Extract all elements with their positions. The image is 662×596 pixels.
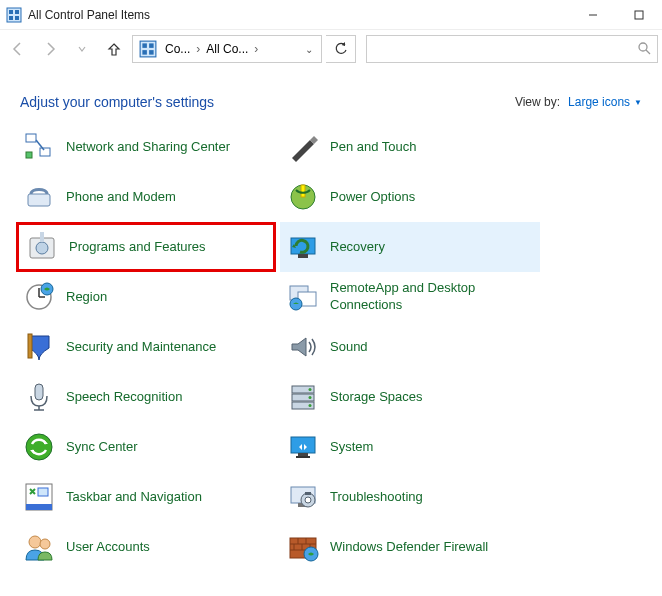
svg-rect-14 [26,134,36,142]
minimize-button[interactable] [570,0,616,30]
item-power-options[interactable]: Power Options [280,172,540,222]
security-icon [22,330,56,364]
svg-rect-53 [305,492,311,495]
breadcrumb-sep: › [194,42,202,56]
svg-rect-48 [38,488,48,496]
page-heading: Adjust your computer's settings [20,94,214,110]
breadcrumb-sep-2: › [252,42,260,56]
maximize-button[interactable] [616,0,662,30]
control-panel-icon [6,7,22,23]
item-label: User Accounts [66,539,150,556]
svg-rect-15 [40,148,50,156]
item-storage-spaces[interactable]: Storage Spaces [280,372,540,422]
item-taskbar-and-navigation[interactable]: Taskbar and Navigation [16,472,276,522]
viewby-container: View by: Large icons ▼ [515,95,642,109]
item-label: RemoteApp and Desktop Connections [330,280,534,314]
svg-rect-44 [291,437,315,453]
item-label: Phone and Modem [66,189,176,206]
breadcrumb-2[interactable]: All Co... [202,42,252,56]
chevron-down-icon: ▼ [634,98,642,107]
search-box[interactable] [366,35,658,63]
refresh-button[interactable] [326,35,356,63]
svg-rect-23 [40,232,44,242]
item-pen-and-touch[interactable]: Pen and Touch [280,122,540,172]
viewby-dropdown[interactable]: Large icons ▼ [568,95,642,109]
item-security-and-maintenance[interactable]: Security and Maintenance [16,322,276,372]
item-remoteapp-desktop[interactable]: RemoteApp and Desktop Connections [280,272,540,322]
item-windows-defender-firewall[interactable]: Windows Defender Firewall [280,522,540,572]
nav-recent-dropdown[interactable] [68,35,96,63]
address-icon [139,40,157,58]
item-label: Windows Defender Firewall [330,539,488,556]
svg-rect-34 [35,384,43,400]
svg-rect-8 [142,43,147,48]
address-dropdown[interactable]: ⌄ [299,44,319,55]
svg-rect-3 [9,16,13,20]
phone-icon [22,180,56,214]
svg-point-42 [309,404,312,407]
taskbar-icon [22,480,56,514]
svg-point-22 [36,242,48,254]
troubleshooting-icon [286,480,320,514]
item-user-accounts[interactable]: User Accounts [16,522,276,572]
svg-rect-6 [635,11,643,19]
remoteapp-icon [286,280,320,314]
network-icon [22,130,56,164]
storage-icon [286,380,320,414]
sync-icon [22,430,56,464]
search-icon [637,41,651,58]
item-troubleshooting[interactable]: Troubleshooting [280,472,540,522]
svg-rect-9 [149,43,154,48]
item-label: Power Options [330,189,415,206]
item-system[interactable]: System [280,422,540,472]
item-recovery[interactable]: Recovery [280,222,540,272]
item-label: Region [66,289,107,306]
item-label: Network and Sharing Center [66,139,230,156]
window-title: All Control Panel Items [28,8,570,22]
item-label: Sync Center [66,439,138,456]
svg-point-12 [639,43,647,51]
nav-up-button[interactable] [100,35,128,63]
svg-rect-10 [142,50,147,55]
nav-forward-button[interactable] [36,35,64,63]
svg-rect-17 [26,152,32,158]
item-phone-and-modem[interactable]: Phone and Modem [16,172,276,222]
item-region[interactable]: Region [16,272,276,322]
heading-row: Adjust your computer's settings View by:… [0,68,662,114]
firewall-icon [286,530,320,564]
item-label: Taskbar and Navigation [66,489,202,506]
item-sound[interactable]: Sound [280,322,540,372]
nav-back-button[interactable] [4,35,32,63]
svg-rect-11 [149,50,154,55]
svg-point-54 [29,536,41,548]
viewby-label: View by: [515,95,560,109]
svg-point-52 [305,497,311,503]
svg-point-43 [26,434,52,460]
title-bar: All Control Panel Items [0,0,662,30]
item-programs-and-features[interactable]: Programs and Features [16,222,276,272]
breadcrumb-1[interactable]: Co... [161,42,194,56]
svg-rect-2 [15,10,19,14]
user-accounts-icon [22,530,56,564]
system-icon [286,430,320,464]
item-label: Speech Recognition [66,389,182,406]
svg-point-41 [309,396,312,399]
svg-rect-33 [28,334,32,358]
window-buttons [570,0,662,30]
svg-point-55 [40,539,50,549]
programs-icon [25,230,59,264]
sound-icon [286,330,320,364]
address-bar[interactable]: Co... › All Co... › ⌄ [132,35,322,63]
svg-point-40 [309,388,312,391]
svg-rect-4 [15,16,19,20]
item-network-sharing-center[interactable]: Network and Sharing Center [16,122,276,172]
svg-rect-25 [298,254,308,258]
svg-rect-20 [301,185,305,197]
nav-row: Co... › All Co... › ⌄ [0,30,662,68]
item-label: Security and Maintenance [66,339,216,356]
item-speech-recognition[interactable]: Speech Recognition [16,372,276,422]
item-sync-center[interactable]: Sync Center [16,422,276,472]
viewby-mode: Large icons [568,95,630,109]
svg-rect-1 [9,10,13,14]
item-label: Programs and Features [69,239,206,256]
